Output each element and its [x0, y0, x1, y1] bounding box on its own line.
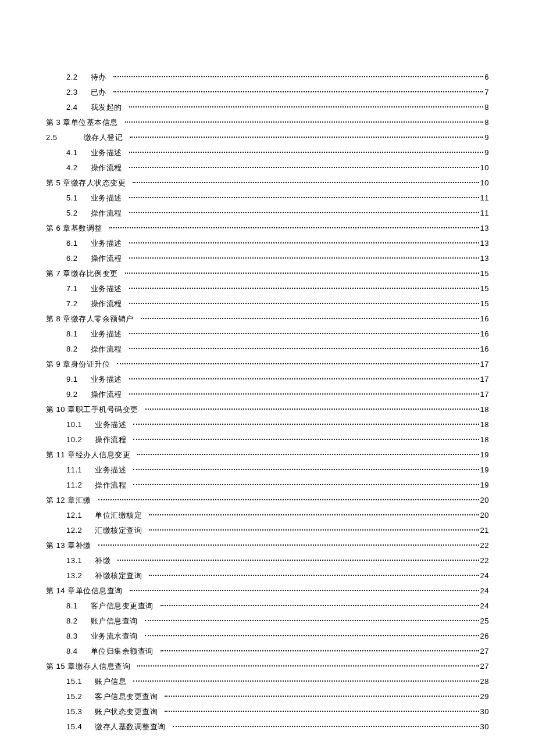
toc-entry[interactable]: 第 14 章单位信息查询24 [46, 583, 489, 599]
toc-entry[interactable]: 11.2操作流程19 [46, 478, 489, 493]
toc-entry[interactable]: 15.1账户信息28 [46, 674, 489, 689]
toc-entry[interactable]: 第 3 章单位基本信息8 [46, 115, 489, 130]
toc-entry-number: 5.2 [66, 209, 78, 217]
toc-entry[interactable]: 2.2待办6 [46, 70, 489, 85]
toc-entry[interactable]: 8.2账户信息查询25 [46, 614, 489, 629]
toc-entry-page: 24 [480, 583, 489, 599]
toc-entry[interactable]: 第 9 章身份证升位17 [46, 357, 489, 372]
toc-entry[interactable]: 第 8 章缴存人零余额销户16 [46, 311, 489, 327]
toc-entry[interactable]: 2.4我发起的8 [46, 100, 489, 115]
toc-entry-title: 操作流程 [95, 481, 126, 489]
toc-leader-dots [113, 72, 484, 80]
toc-entry[interactable]: 9.1业务描述17 [46, 372, 489, 387]
toc-entry[interactable]: 8.3业务流水查询26 [46, 629, 489, 644]
toc-entry[interactable]: 第 12 章汇缴20 [46, 493, 489, 508]
toc-entry[interactable]: 第 10 章职工手机号码变更18 [46, 402, 489, 417]
toc-entry-number: 第 11 章 [46, 450, 76, 459]
toc-entry-page: 7 [484, 85, 489, 100]
toc-entry-label: 8.4单位归集余额查询 [66, 644, 159, 659]
toc-entry[interactable]: 9.2操作流程17 [46, 387, 489, 402]
toc-entry-page: 21 [480, 523, 489, 538]
toc-entry-title: 经办人信息变更 [76, 450, 131, 459]
toc-entry[interactable]: 10.2操作流程18 [46, 432, 489, 447]
toc-entry-number: 12.2 [66, 526, 82, 535]
toc-entry-title: 待办 [91, 73, 106, 81]
toc-entry-title: 业务流水查询 [91, 632, 138, 640]
toc-entry-label: 第 8 章缴存人零余额销户 [46, 311, 140, 327]
toc-entry-number: 8.1 [66, 601, 78, 610]
toc-leader-dots [137, 450, 479, 457]
toc-entry-label: 第 11 章经办人信息变更 [46, 447, 136, 463]
toc-entry-label: 8.1业务描述 [66, 327, 128, 342]
toc-entry[interactable]: 第 5 章缴存人状态变更10 [46, 175, 489, 191]
toc-leader-dots [145, 404, 479, 412]
toc-leader-dots [133, 676, 479, 684]
toc-leader-dots [133, 435, 479, 442]
toc-entry-label: 第 10 章职工手机号码变更 [46, 402, 144, 417]
toc-entry[interactable]: 15.4缴存人基数调整查询30 [46, 719, 489, 734]
toc-leader-dots [98, 540, 479, 548]
toc-entry[interactable]: 15.2客户信息变更查询29 [46, 689, 489, 704]
toc-entry[interactable]: 10.1业务描述18 [46, 417, 489, 432]
toc-entry[interactable]: 第 11 章经办人信息变更19 [46, 447, 489, 463]
toc-entry[interactable]: 5.2操作流程11 [46, 206, 489, 221]
toc-leader-dots [133, 465, 479, 472]
toc-leader-dots [129, 284, 479, 291]
toc-entry-page: 9 [484, 145, 489, 160]
toc-entry-number: 12.1 [66, 511, 82, 519]
toc-entry-title: 单位信息查询 [76, 586, 123, 595]
toc-entry[interactable]: 8.1客户信息变更查询24 [46, 599, 489, 614]
toc-entry[interactable]: 4.2操作流程10 [46, 160, 489, 175]
toc-entry[interactable]: 6.2操作流程13 [46, 251, 489, 266]
toc-entry-title: 缴存人登记 [84, 133, 123, 142]
toc-entry[interactable]: 5.1业务描述11 [46, 191, 489, 206]
toc-entry-number: 第 8 章 [46, 314, 71, 323]
toc-entry[interactable]: 7.1业务描述15 [46, 281, 489, 296]
toc-entry-label: 13.2补缴核定查询 [66, 568, 148, 583]
toc-entry[interactable]: 13.2补缴核定查询24 [46, 568, 489, 583]
toc-entry-page: 15 [480, 281, 489, 296]
toc-entry-page: 10 [480, 175, 489, 191]
toc-entry[interactable]: 7.2操作流程15 [46, 296, 489, 311]
toc-entry-number: 7.1 [66, 284, 78, 293]
toc-entry-page: 15 [480, 266, 489, 281]
toc-entry[interactable]: 15.3账户状态变更查询30 [46, 704, 489, 719]
toc-entry[interactable]: 13.1补缴22 [46, 553, 489, 568]
toc-entry-label: 2.2待办 [66, 70, 112, 85]
toc-entry[interactable]: 第 13 章补缴22 [46, 538, 489, 553]
toc-entry-page: 6 [484, 70, 489, 85]
toc-entry-page: 16 [480, 342, 489, 357]
toc-entry[interactable]: 12.1单位汇缴核定20 [46, 508, 489, 523]
toc-leader-dots [98, 495, 479, 503]
toc-entry-title: 基数调整 [71, 224, 102, 232]
toc-entry[interactable]: 12.2汇缴核定查询21 [46, 523, 489, 538]
toc-entry-number: 第 5 章 [46, 178, 71, 187]
toc-entry-title: 账户信息查询 [91, 617, 138, 625]
toc-entry-page: 25 [480, 614, 489, 629]
toc-entry-title: 客户信息变更查询 [95, 692, 158, 701]
toc-entry-number: 15.4 [66, 722, 82, 731]
toc-entry-label: 第 6 章基数调整 [46, 221, 108, 236]
toc-entry[interactable]: 8.4单位归集余额查询27 [46, 644, 489, 659]
toc-entry-number: 15.2 [66, 692, 82, 701]
toc-entry[interactable]: 8.1业务描述16 [46, 327, 489, 342]
toc-entry-label: 第 14 章单位信息查询 [46, 583, 129, 599]
toc-entry[interactable]: 4.1业务描述9 [46, 145, 489, 160]
toc-entry-number: 2.5 [46, 133, 58, 142]
toc-entry[interactable]: 8.2操作流程16 [46, 342, 489, 357]
toc-leader-dots [129, 374, 479, 382]
toc-entry[interactable]: 第 6 章基数调整13 [46, 221, 489, 236]
toc-leader-dots [145, 616, 479, 624]
toc-entry-label: 第 13 章补缴 [46, 538, 97, 553]
toc-entry[interactable]: 2.3已办7 [46, 85, 489, 100]
toc-entry-label: 8.2操作流程 [66, 342, 128, 357]
toc-entry[interactable]: 第 7 章缴存比例变更15 [46, 266, 489, 281]
toc-entry[interactable]: 2.5缴存人登记9 [46, 130, 489, 145]
toc-entry[interactable]: 第 15 章缴存人信息查询27 [46, 659, 489, 674]
toc-entry-number: 2.2 [66, 73, 78, 81]
toc-entry[interactable]: 6.1业务描述13 [46, 236, 489, 251]
toc-entry-label: 15.4缴存人基数调整查询 [66, 719, 172, 734]
toc-entry[interactable]: 11.1业务描述19 [46, 463, 489, 478]
toc-entry-title: 业务描述 [91, 284, 122, 293]
toc-entry-label: 5.2操作流程 [66, 206, 128, 221]
